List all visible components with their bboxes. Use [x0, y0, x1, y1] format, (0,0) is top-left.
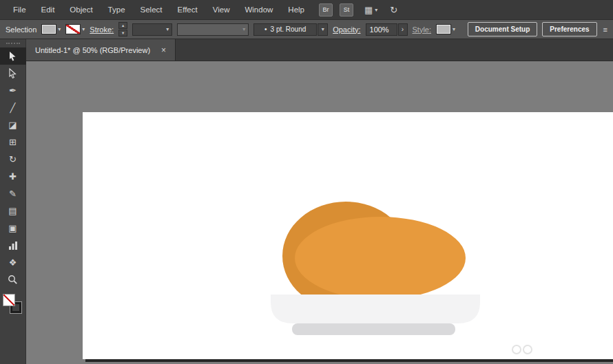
blend-tool[interactable]: ❖ — [0, 254, 26, 271]
bridge-badge[interactable]: Br — [319, 3, 333, 17]
anchor-point-tool[interactable]: ✚ — [0, 168, 26, 185]
bread-front-shape[interactable] — [295, 217, 466, 299]
opacity-value: 100% — [370, 25, 389, 34]
stock-badge[interactable]: St — [340, 3, 353, 17]
pencil-icon: ✎ — [9, 189, 17, 199]
width-profile-combo[interactable]: ▾ — [177, 23, 249, 36]
fill-color-dropdown[interactable]: ▾ — [41, 24, 61, 34]
document-tab-bar: Untitled-1* @ 50% (RGB/Preview) × — [26, 39, 613, 61]
eraser-icon: ◪ — [8, 120, 17, 130]
selection-tool[interactable] — [0, 47, 26, 65]
menu-help[interactable]: Help — [280, 6, 312, 14]
gradient-icon: ▤ — [8, 206, 17, 216]
brush-definition-combo[interactable]: • 3 pt. Round — [253, 23, 317, 36]
stroke-none-swatch — [65, 24, 81, 34]
chevron-down-icon: ▾ — [375, 7, 377, 13]
artwork — [83, 112, 613, 359]
document-tab-title: Untitled-1* @ 50% (RGB/Preview) — [35, 46, 150, 54]
workspace-switcher[interactable]: ▦ ▾ — [364, 6, 377, 14]
fill-stroke-indicator[interactable] — [3, 294, 23, 316]
fill-color-swatch — [41, 24, 56, 34]
panel-grip[interactable] — [6, 43, 20, 44]
stepper-down-icon[interactable]: ▾ — [118, 30, 127, 36]
style-swatch — [436, 24, 451, 34]
menu-effect[interactable]: Effect — [170, 6, 205, 14]
stroke-color-dropdown[interactable]: ▾ — [65, 24, 85, 34]
stroke-weight-combo[interactable]: ▾ — [132, 23, 172, 36]
faint-dot-right[interactable] — [523, 345, 532, 354]
menu-view[interactable]: View — [205, 6, 238, 14]
menu-type[interactable]: Type — [101, 6, 133, 14]
line-segment-tool[interactable]: ╱ — [0, 99, 26, 116]
control-bar: Selection ▾ ▾ Stroke: ▴ ▾ ▾ ▾ • 3 pt. Ro… — [0, 19, 613, 39]
column-graph-icon — [8, 241, 18, 250]
document-column: Untitled-1* @ 50% (RGB/Preview) × — [26, 39, 613, 364]
opacity-input[interactable]: 100% — [366, 23, 397, 36]
gradient-tool[interactable]: ▤ — [0, 202, 26, 220]
zoom-icon — [8, 275, 18, 285]
column-graph-tool[interactable] — [0, 237, 26, 254]
brush-dropdown-button[interactable]: ▾ — [318, 23, 328, 36]
chevron-down-icon: ▾ — [322, 26, 324, 32]
preferences-button[interactable]: Preferences — [542, 22, 596, 36]
menu-bar: File Edit Object Type Select Effect View… — [0, 0, 613, 19]
plate-base-shape[interactable] — [292, 323, 455, 335]
blend-icon: ❖ — [9, 257, 17, 268]
opacity-flyout-button[interactable]: › — [398, 23, 408, 36]
selection-arrow-icon — [8, 51, 18, 61]
sync-icon[interactable]: ↻ — [390, 5, 397, 15]
plate-shape[interactable] — [271, 295, 480, 323]
artboard-icon: ⊞ — [9, 137, 17, 147]
eraser-tool[interactable]: ◪ — [0, 116, 26, 133]
canvas-area[interactable] — [26, 61, 613, 364]
paintbrush-icon: ✒ — [9, 85, 17, 96]
rotate-icon: ↻ — [9, 154, 17, 164]
pencil-tool[interactable]: ✎ — [0, 185, 26, 202]
menu-edit[interactable]: Edit — [34, 6, 63, 14]
anchor-point-icon: ✚ — [9, 171, 17, 182]
document-setup-button[interactable]: Document Setup — [468, 22, 537, 36]
panel-menu-icon[interactable]: ≡ — [603, 25, 607, 34]
document-tab[interactable]: Untitled-1* @ 50% (RGB/Preview) × — [26, 39, 176, 61]
stroke-weight-label[interactable]: Stroke: — [90, 25, 114, 34]
opacity-label[interactable]: Opacity: — [333, 25, 360, 34]
shape-builder-icon: ▣ — [8, 223, 17, 233]
brush-definition-value: 3 pt. Round — [271, 25, 306, 33]
selection-label: Selection — [6, 25, 37, 34]
artboard-tool[interactable]: ⊞ — [0, 133, 26, 151]
menu-object[interactable]: Object — [62, 6, 100, 14]
artboard[interactable] — [83, 112, 613, 359]
line-icon: ╱ — [10, 103, 16, 113]
direct-selection-arrow-icon — [8, 68, 18, 78]
rotate-tool[interactable]: ↻ — [0, 151, 26, 168]
flyout-arrow-icon: › — [402, 25, 404, 33]
main-area: ✒ ╱ ◪ ⊞ ↻ ✚ ✎ ▤ ▣ — [0, 39, 613, 364]
tools-panel: ✒ ╱ ◪ ⊞ ↻ ✚ ✎ ▤ ▣ — [0, 39, 26, 364]
paintbrush-tool[interactable]: ✒ — [0, 82, 26, 99]
chevron-down-icon: ▾ — [58, 26, 61, 32]
zoom-tool[interactable] — [0, 271, 26, 288]
direct-selection-tool[interactable] — [0, 65, 26, 82]
chevron-down-icon: ▾ — [242, 26, 245, 32]
shape-builder-tool[interactable]: ▣ — [0, 220, 26, 237]
style-label[interactable]: Style: — [413, 25, 432, 34]
chevron-down-icon: ▾ — [82, 26, 85, 32]
menu-select[interactable]: Select — [133, 6, 170, 14]
menu-file[interactable]: File — [6, 6, 34, 14]
menu-window[interactable]: Window — [237, 6, 280, 14]
fill-swatch-none[interactable] — [3, 294, 15, 306]
stepper-up-icon[interactable]: ▴ — [118, 22, 127, 29]
close-icon[interactable]: × — [161, 45, 166, 55]
chevron-down-icon: ▾ — [453, 26, 455, 32]
style-dropdown[interactable]: ▾ — [436, 24, 455, 34]
chevron-down-icon: ▾ — [166, 26, 169, 32]
faint-dot-left[interactable] — [512, 345, 521, 354]
stroke-weight-stepper[interactable]: ▴ ▾ — [118, 22, 127, 36]
workspace-grid-icon: ▦ — [364, 6, 373, 14]
brush-preview-dot: • — [264, 25, 267, 33]
